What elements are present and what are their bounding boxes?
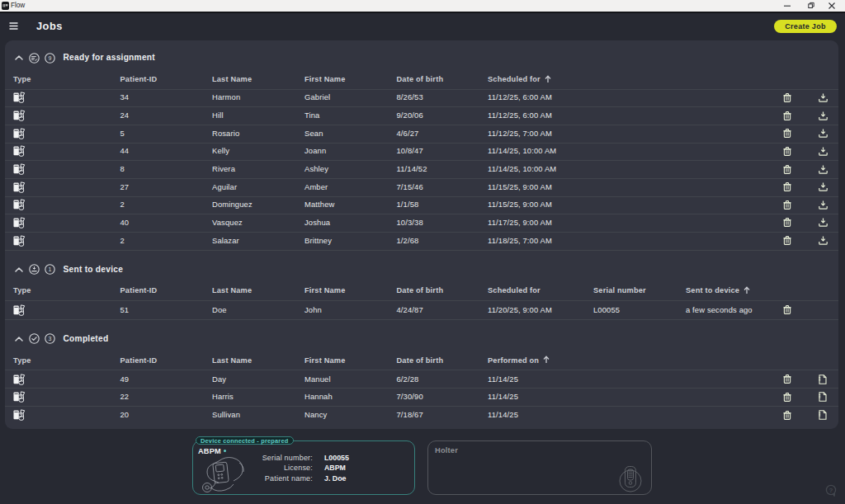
svg-text:9: 9 <box>48 55 51 61</box>
svg-text:3: 3 <box>48 336 51 341</box>
svg-text:1: 1 <box>48 266 51 272</box>
svg-text:?: ? <box>829 487 833 494</box>
